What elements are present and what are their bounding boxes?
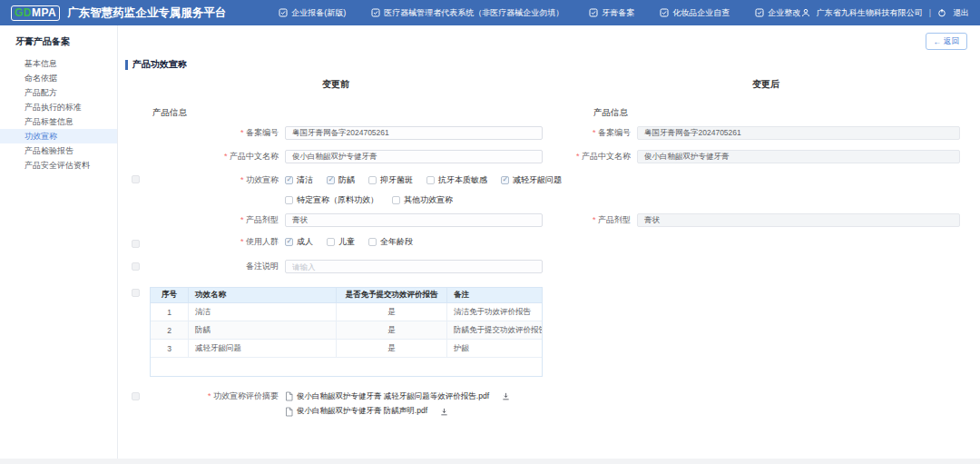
table-header-note: 备注 bbox=[447, 288, 542, 302]
sidebar-title: 牙膏产品备案 bbox=[0, 25, 117, 56]
remark-input[interactable] bbox=[285, 260, 543, 273]
table-row: 2 防龋 是 防龋免于提交功效评价报告 bbox=[151, 321, 542, 340]
checkbox-gum-problems[interactable]: 减轻牙龈问题 bbox=[501, 174, 562, 186]
efficacy-options-line2: 特定宣称（原料功效） 其他功效宣称 bbox=[285, 194, 453, 206]
checkbox-specific-claim[interactable]: 特定宣称（原料功效） bbox=[285, 194, 378, 206]
sidebar-item-basic-info[interactable]: 基本信息 bbox=[0, 56, 117, 71]
checkbox-label: 其他功效宣称 bbox=[404, 194, 453, 206]
target-group-label: 使用人群 bbox=[129, 236, 285, 248]
checkbox-label: 减轻牙龈问题 bbox=[513, 174, 562, 186]
table-cell-no: 1 bbox=[151, 303, 189, 321]
checkbox-clean[interactable]: 清洁 bbox=[285, 174, 313, 186]
checkbox-all-ages[interactable]: 全年龄段 bbox=[368, 236, 413, 248]
nav-item-label: 医疗器械管理者代表系统（非医疗器械企业勿填） bbox=[384, 7, 564, 19]
record-no-label: 备案编号 bbox=[481, 127, 637, 139]
remark-label: 备注说明 bbox=[129, 261, 285, 272]
download-icon[interactable] bbox=[440, 408, 448, 416]
sidebar-item-label-info[interactable]: 产品标签信息 bbox=[0, 114, 117, 129]
table-cell-note: 防龋免于提交功效评价报告 bbox=[447, 321, 542, 339]
table-cell-name: 清洁 bbox=[189, 303, 337, 321]
checkbox-children[interactable]: 儿童 bbox=[327, 236, 355, 248]
checkbox-icon bbox=[327, 176, 335, 184]
nav-report-icon bbox=[279, 8, 288, 17]
logo-mpa-text: MPA bbox=[32, 6, 56, 19]
cn-name-label: 产品中文名称 bbox=[481, 151, 637, 163]
checkbox-label: 儿童 bbox=[338, 236, 355, 248]
sidebar-item-naming-basis[interactable]: 命名依据 bbox=[0, 71, 117, 85]
checkbox-icon bbox=[501, 176, 509, 184]
nav-item-enterprise-report[interactable]: 企业报备(新版) bbox=[279, 7, 346, 19]
checkbox-icon bbox=[392, 196, 400, 204]
nav-item-toothpaste-filing[interactable]: 牙膏备案 bbox=[589, 7, 634, 19]
sidebar-item-formula[interactable]: 产品配方 bbox=[0, 85, 117, 100]
logout-button[interactable]: 退出 bbox=[953, 7, 969, 19]
file-item[interactable]: 俊小白釉龈双护专健牙膏 防龋声明.pdf bbox=[285, 406, 448, 417]
summary-row: 功效宣称评价摘要 俊小白釉龈双护专健牙膏 减轻牙龈问题等效评价报告.pdf bbox=[129, 390, 510, 402]
table-cell-no: 2 bbox=[151, 321, 189, 339]
nav-item-label: 牙膏备案 bbox=[602, 7, 634, 19]
efficacy-table: 序号 功效名称 是否免予提交功效评价报告 备注 1 清洁 是 清洁免于功效评价报… bbox=[150, 287, 543, 377]
company-name[interactable]: 广东省九科生物科技有限公司 bbox=[817, 7, 923, 19]
top-header: GDMPA 广东智慧药监企业专属服务平台 企业报备(新版) 医疗器械管理者代表系… bbox=[0, 0, 980, 25]
download-icon[interactable] bbox=[502, 392, 510, 400]
header-nav: 企业报备(新版) 医疗器械管理者代表系统（非医疗器械企业勿填） 牙膏备案 化妆品… bbox=[279, 7, 800, 19]
header-divider: | bbox=[929, 8, 931, 17]
logo-gd-text: GD bbox=[15, 6, 32, 19]
file-item[interactable]: 俊小白釉龈双护专健牙膏 减轻牙龈问题等效评价报告.pdf bbox=[285, 391, 510, 402]
table-cell-note: 护龈 bbox=[447, 340, 542, 357]
summary-row-2: 俊小白釉龈双护专健牙膏 防龋声明.pdf bbox=[285, 406, 448, 417]
table-cell-exempt: 是 bbox=[337, 321, 447, 339]
file-name[interactable]: 俊小白釉龈双护专健牙膏 减轻牙龈问题等效评价报告.pdf bbox=[297, 391, 489, 402]
table-cell-name: 防龋 bbox=[189, 321, 337, 339]
checkbox-other-claim[interactable]: 其他功效宣称 bbox=[392, 194, 453, 206]
sidebar-item-inspection-report[interactable]: 产品检验报告 bbox=[0, 143, 117, 158]
nav-device-icon bbox=[371, 8, 380, 17]
file-icon bbox=[285, 407, 293, 417]
back-arrow-icon: ← bbox=[934, 37, 942, 46]
after-column-title: 变更后 bbox=[561, 78, 971, 91]
record-no-input-after: 粤国牙膏网备字2024705261 bbox=[637, 126, 960, 140]
dosage-form-row-after: 产品剂型 膏状 bbox=[481, 213, 960, 227]
efficacy-options-line1: 清洁 防龋 抑牙菌斑 抗牙本质敏感 减轻牙龈问题 bbox=[285, 174, 562, 186]
before-group-title: 产品信息 bbox=[152, 107, 187, 119]
checkbox-label: 抑牙菌斑 bbox=[380, 174, 413, 186]
section-title: 产品功效宣称 bbox=[125, 58, 187, 71]
file-name[interactable]: 俊小白釉龈双护专健牙膏 防龋声明.pdf bbox=[297, 406, 427, 417]
before-column-title: 变更前 bbox=[127, 78, 544, 91]
table-header-name: 功效名称 bbox=[189, 288, 337, 302]
checkbox-icon bbox=[285, 196, 293, 204]
checkbox-label: 特定宣称（原料功效） bbox=[297, 194, 378, 206]
remark-row: 备注说明 bbox=[129, 260, 543, 273]
sidebar-item-efficacy-claim[interactable]: 功效宣称 bbox=[0, 129, 117, 143]
checkbox-icon bbox=[368, 176, 377, 184]
margin-checkbox-table[interactable] bbox=[132, 289, 140, 297]
checkbox-label: 清洁 bbox=[297, 174, 313, 186]
gdmpa-logo: GDMPA bbox=[11, 5, 60, 21]
nav-item-device-rep-system[interactable]: 医疗器械管理者代表系统（非医疗器械企业勿填） bbox=[371, 7, 564, 19]
dosage-form-label: 产品剂型 bbox=[129, 214, 285, 226]
table-header-exempt: 是否免予提交功效评价报告 bbox=[337, 288, 447, 302]
table-header-no: 序号 bbox=[151, 288, 189, 302]
checkbox-plaque[interactable]: 抑牙菌斑 bbox=[368, 174, 413, 186]
checkbox-anticaries[interactable]: 防龋 bbox=[327, 174, 355, 186]
nav-item-cosmetics-selfcheck[interactable]: 化妆品企业自查 bbox=[660, 7, 730, 19]
nav-toothpaste-icon bbox=[589, 8, 598, 17]
checkbox-icon bbox=[285, 176, 293, 184]
sidebar-item-safety-assessment[interactable]: 产品安全评估资料 bbox=[0, 158, 117, 173]
back-button[interactable]: ← 返回 bbox=[926, 33, 968, 50]
file-icon bbox=[285, 391, 293, 401]
record-no-row-after: 备案编号 粤国牙膏网备字2024705261 bbox=[481, 126, 960, 140]
table-row: 3 减轻牙龈问题 是 护龈 bbox=[151, 340, 542, 358]
table-cell-exempt: 是 bbox=[337, 303, 447, 321]
sidebar: 牙膏产品备案 基本信息 命名依据 产品配方 产品执行的标准 产品标签信息 功效宣… bbox=[0, 25, 118, 459]
checkbox-label: 防龋 bbox=[338, 174, 355, 186]
checkbox-adult[interactable]: 成人 bbox=[285, 236, 313, 248]
checkbox-sensitivity[interactable]: 抗牙本质敏感 bbox=[426, 174, 487, 186]
main-panel: ← 返回 产品功效宣称 变更前 变更后 产品信息 产品信息 备案编号 粤国牙膏网… bbox=[118, 25, 980, 459]
checkbox-icon bbox=[368, 238, 377, 246]
sidebar-item-standard[interactable]: 产品执行的标准 bbox=[0, 100, 117, 114]
cn-name-row-after: 产品中文名称 俊小白釉龈双护专健牙膏 bbox=[481, 150, 960, 163]
checkbox-icon bbox=[426, 176, 435, 184]
after-group-title: 产品信息 bbox=[593, 107, 628, 119]
nav-item-enterprise-rectify[interactable]: 企业整改 bbox=[755, 7, 800, 19]
